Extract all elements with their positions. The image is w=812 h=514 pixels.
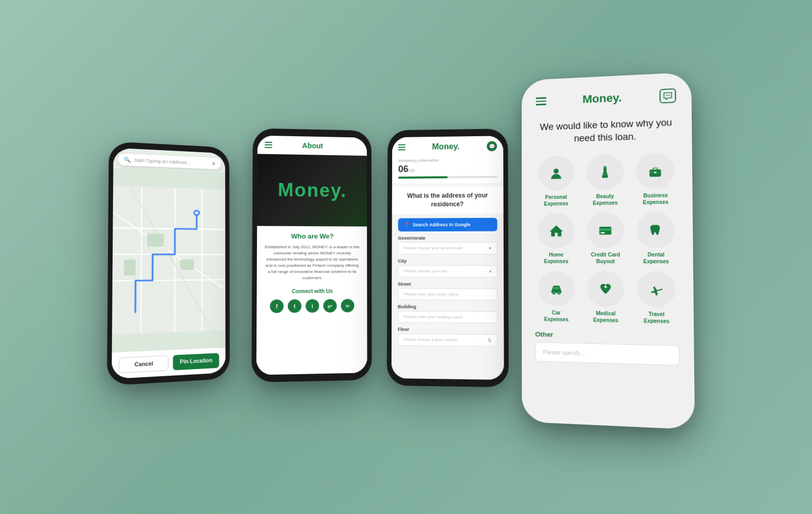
twitter-icon[interactable]: t <box>287 299 301 313</box>
governorate-label: Governorate <box>398 235 497 240</box>
step-total: /15 <box>408 168 414 173</box>
street-input[interactable]: Please enter your street name <box>398 288 497 300</box>
personal-label: PersonalExpenses <box>544 194 568 207</box>
svg-rect-29 <box>601 232 604 234</box>
step-number: 06 <box>398 164 408 174</box>
who-are-we-heading: Who are We? <box>264 232 360 241</box>
loan-question: We would like to know why you need this … <box>527 107 687 157</box>
loan-logo: Money. <box>582 91 622 106</box>
building-field: Building Please enter your building name <box>397 304 497 323</box>
linkedin-icon[interactable]: in <box>341 299 354 313</box>
plane-icon <box>649 282 664 297</box>
credit-card-label: Credit CardBuyout <box>590 251 620 265</box>
medical-icon <box>598 282 613 296</box>
svg-rect-23 <box>653 168 657 170</box>
loan-option-home[interactable]: HomeExpenses <box>535 213 578 265</box>
loan-option-beauty[interactable]: BeautyExpenses <box>583 154 627 207</box>
spinner-arrows-icon: ⇅ <box>487 338 491 343</box>
svg-rect-19 <box>602 173 607 175</box>
svg-marker-26 <box>549 226 563 237</box>
location-pin-icon: 📍 <box>404 222 410 227</box>
hamburger-menu-icon[interactable] <box>265 142 272 148</box>
city-label: City <box>398 259 497 264</box>
google-plus-icon[interactable]: g+ <box>323 299 337 313</box>
about-description: Established in July 2012, MONEY. is a le… <box>264 244 360 282</box>
cancel-button[interactable]: Cancel <box>119 355 169 373</box>
building-input[interactable]: Please enter your building name <box>397 310 497 323</box>
svg-rect-13 <box>124 260 136 276</box>
credit-card-icon <box>598 223 613 237</box>
dropdown-arrow-icon: ▾ <box>489 246 491 251</box>
person-icon <box>548 166 563 180</box>
loan-option-personal[interactable]: PersonalExpenses <box>534 155 577 207</box>
building-placeholder: Please enter your building name <box>403 314 462 319</box>
car-label: CarExpenses <box>544 309 568 323</box>
about-hero-image: Money. <box>257 154 367 226</box>
chat-icon[interactable]: 💬 <box>487 141 497 151</box>
dropdown-arrow-city-icon: ▾ <box>489 269 491 274</box>
progress-bar <box>398 176 497 179</box>
google-search-label: Search Address in Google <box>413 222 470 227</box>
phone-map: 🔍 Start Typing an Address... ✕ <box>107 141 230 386</box>
loan-hamburger-icon[interactable] <box>536 97 546 105</box>
governorate-placeholder: Please choose your governorate <box>403 246 463 250</box>
tooth-icon <box>648 223 663 237</box>
business-label: BusinessExpenses <box>642 192 668 206</box>
svg-rect-20 <box>602 175 608 178</box>
building-label: Building <box>398 304 497 309</box>
other-placeholder: Please specify... <box>543 349 584 356</box>
other-label: Other <box>535 331 679 341</box>
loan-chat-icon[interactable] <box>659 88 676 103</box>
floor-placeholder: Please choose a floor number <box>403 337 458 342</box>
map-search-bar[interactable]: 🔍 Start Typing an Address... ✕ <box>118 153 221 170</box>
close-icon[interactable]: ✕ <box>211 161 215 166</box>
street-label: Street <box>398 281 497 287</box>
medical-label: MedicalExpenses <box>593 310 618 324</box>
svg-rect-33 <box>553 287 559 289</box>
residency-label: Residency Information <box>398 157 496 163</box>
main-scene: 🔍 Start Typing an Address... ✕ <box>104 69 708 445</box>
form-logo: Money. <box>432 142 459 151</box>
svg-point-32 <box>557 291 560 295</box>
form-hamburger-icon[interactable] <box>398 144 405 151</box>
google-search-button[interactable]: 📍 Search Address in Google <box>398 217 497 231</box>
svg-point-17 <box>553 169 558 174</box>
other-input[interactable]: Please specify... <box>535 342 679 366</box>
street-field: Street Please enter your street name <box>398 281 497 300</box>
map-area[interactable] <box>112 168 225 353</box>
personal-icon-circle <box>538 155 574 191</box>
business-icon-circle <box>636 153 674 190</box>
car-icon-circle <box>538 271 574 307</box>
floor-input[interactable]: Please choose a floor number ⇅ <box>397 333 497 346</box>
progress-fill <box>398 176 447 179</box>
loan-option-travel[interactable]: TravelExpenses <box>634 271 679 325</box>
floor-label: Floor <box>397 326 497 333</box>
svg-point-14 <box>666 95 667 96</box>
loan-option-dental[interactable]: DentalExpenses <box>633 212 678 265</box>
svg-rect-25 <box>654 172 656 173</box>
loan-option-credit-card[interactable]: Credit CardBuyout <box>583 212 627 265</box>
residency-question: What is the address of your residence? <box>392 186 503 214</box>
loan-option-medical[interactable]: MedicalExpenses <box>584 271 628 324</box>
facebook-icon[interactable]: f <box>270 300 284 314</box>
home-icon <box>548 224 563 238</box>
pin-location-button[interactable]: Pin Location <box>173 353 219 371</box>
briefcase-icon <box>648 164 663 179</box>
instagram-icon[interactable]: i <box>305 299 319 313</box>
about-title: About <box>302 141 323 150</box>
beauty-icon-circle <box>586 154 624 191</box>
search-icon: 🔍 <box>123 157 130 163</box>
dental-icon-circle <box>636 212 675 248</box>
loan-option-car[interactable]: CarExpenses <box>535 271 578 323</box>
governorate-input[interactable]: Please choose your governorate ▾ <box>398 242 497 254</box>
phone-loan-reason: Money. We would like to know why you nee… <box>522 72 695 429</box>
other-section: Other Please specify... <box>527 322 689 371</box>
lipstick-icon <box>597 165 612 179</box>
loan-option-business[interactable]: BusinessExpenses <box>633 153 677 206</box>
medical-icon-circle <box>586 271 624 307</box>
home-label: HomeExpenses <box>544 251 568 265</box>
loan-options-grid: PersonalExpenses BeautyExpense <box>527 152 688 325</box>
governorate-field: Governorate Please choose your governora… <box>398 235 497 254</box>
svg-point-16 <box>669 95 670 96</box>
city-input[interactable]: Please choose your city ▾ <box>398 265 497 278</box>
